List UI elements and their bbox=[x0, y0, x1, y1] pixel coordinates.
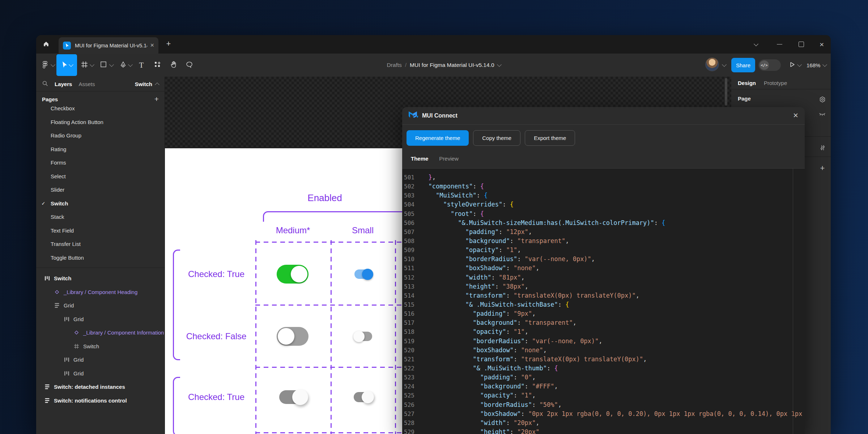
window-maximize-button[interactable] bbox=[799, 35, 804, 54]
account-chevron[interactable] bbox=[721, 54, 727, 77]
canvas-group-title[interactable]: Enabled bbox=[307, 192, 342, 204]
chevron-down-icon[interactable] bbox=[497, 62, 502, 67]
page-selector[interactable]: Switch bbox=[135, 81, 159, 87]
canvas-scrollbar[interactable] bbox=[725, 78, 727, 106]
hand-icon bbox=[170, 61, 177, 69]
window-restore-button[interactable] bbox=[754, 35, 758, 54]
switch-off-gray-small[interactable] bbox=[354, 332, 372, 341]
tab-design[interactable]: Design bbox=[738, 80, 756, 86]
hand-tool[interactable] bbox=[168, 54, 179, 77]
canvas-row-label[interactable]: Checked: True bbox=[188, 392, 244, 402]
tab-close-icon[interactable]: × bbox=[150, 42, 154, 49]
layer-item[interactable]: _Library / Component Heading bbox=[36, 285, 165, 299]
new-tab-button[interactable]: + bbox=[163, 39, 174, 48]
canvas-column-label[interactable]: Medium* bbox=[276, 225, 310, 235]
code-line: 504 "styleOverrides": { bbox=[402, 200, 805, 209]
switch-on-gray-small[interactable] bbox=[354, 392, 373, 402]
zoom-menu[interactable]: 168% bbox=[807, 54, 826, 77]
share-button[interactable]: Share bbox=[731, 58, 755, 72]
styles-icon[interactable] bbox=[818, 95, 827, 104]
sidebar-page-item[interactable]: Text Field bbox=[36, 224, 165, 238]
sidebar-page-item[interactable]: ✓Switch bbox=[36, 197, 165, 210]
text-tool[interactable]: T bbox=[136, 54, 147, 77]
present-button[interactable] bbox=[788, 54, 796, 77]
window-close-button[interactable]: × bbox=[820, 35, 824, 54]
breadcrumb-folder[interactable]: Drafts bbox=[387, 62, 401, 68]
sidebar-page-item[interactable]: Rating bbox=[36, 142, 165, 156]
code-scrollbar[interactable] bbox=[793, 169, 793, 434]
tab-assets[interactable]: Assets bbox=[78, 81, 95, 87]
dev-mode-toggle[interactable]: </> bbox=[758, 59, 781, 71]
line-number: 525 bbox=[402, 391, 414, 400]
search-icon[interactable] bbox=[42, 80, 48, 88]
sidebar-page-item[interactable]: Select bbox=[36, 170, 165, 183]
window-minimize-button[interactable] bbox=[777, 35, 782, 54]
switch-thumb bbox=[278, 328, 294, 345]
switch-on-gray[interactable] bbox=[279, 390, 306, 404]
sidebar-page-item[interactable]: Floating Action Button bbox=[36, 115, 165, 129]
breadcrumb-file-title[interactable]: MUI for Figma Material UI-v5.14.0 bbox=[410, 62, 494, 68]
layer-item[interactable]: Switch bbox=[36, 272, 165, 285]
tab-preview[interactable]: Preview bbox=[439, 156, 458, 162]
tab-prototype[interactable]: Prototype bbox=[764, 80, 787, 86]
layer-item[interactable]: _Library / Component Information bbox=[36, 326, 165, 340]
hidden-eye-icon[interactable] bbox=[818, 110, 826, 118]
layer-item[interactable]: Switch: detached instances bbox=[36, 380, 165, 394]
sidebar-page-item[interactable]: Radio Group bbox=[36, 129, 165, 142]
sidebar-page-item[interactable]: Forms bbox=[36, 156, 165, 170]
sidebar-page-item[interactable]: Toggle Button bbox=[36, 251, 165, 265]
resources-tool[interactable] bbox=[152, 54, 163, 77]
layer-item[interactable]: Grid bbox=[36, 353, 165, 367]
tab-layers[interactable]: Layers bbox=[55, 81, 72, 87]
page-label: Switch bbox=[51, 200, 68, 207]
line-number: 506 bbox=[402, 218, 414, 227]
add-icon[interactable]: + bbox=[818, 164, 827, 173]
frame-tool-chevron[interactable] bbox=[89, 54, 95, 77]
switch-on-green[interactable] bbox=[277, 265, 309, 284]
sidebar-page-item[interactable]: Checkbox bbox=[36, 102, 165, 115]
switch-on-blue[interactable] bbox=[354, 269, 372, 279]
regenerate-theme-button[interactable]: Regenerate theme bbox=[407, 130, 469, 146]
main-menu-chevron[interactable] bbox=[50, 54, 56, 77]
line-number: 515 bbox=[402, 300, 414, 309]
copy-theme-button[interactable]: Copy theme bbox=[473, 130, 520, 146]
main-menu-button[interactable] bbox=[40, 54, 50, 77]
pen-tool[interactable] bbox=[118, 54, 128, 77]
adjust-sliders-icon[interactable] bbox=[818, 143, 827, 152]
file-tab[interactable]: MUI for Figma Material UI-v5.14.0 × bbox=[59, 37, 158, 54]
sidebar-page-item[interactable]: Transfer List bbox=[36, 237, 165, 251]
pen-tool-chevron[interactable] bbox=[127, 54, 133, 77]
layer-label: _Library / Component Heading bbox=[64, 289, 137, 295]
tab-theme[interactable]: Theme bbox=[411, 156, 428, 162]
switch-off-gray[interactable] bbox=[277, 327, 309, 346]
home-button[interactable] bbox=[41, 40, 51, 49]
sidebar-page-item[interactable]: Stack bbox=[36, 210, 165, 224]
move-tool-selected[interactable] bbox=[56, 54, 77, 76]
canvas-row-label[interactable]: Checked: True bbox=[188, 269, 244, 279]
checkmark-icon: ✓ bbox=[36, 201, 51, 206]
shape-tool[interactable] bbox=[98, 54, 109, 77]
frame-tool[interactable] bbox=[80, 54, 89, 77]
canvas-row-label[interactable]: Checked: False bbox=[186, 331, 247, 341]
export-theme-button[interactable]: Export theme bbox=[525, 130, 575, 146]
line-number: 504 bbox=[402, 200, 414, 209]
layer-item[interactable]: Grid bbox=[36, 299, 165, 312]
shape-tool-chevron[interactable] bbox=[109, 54, 114, 77]
code-line: 524 "background": "#FFF", bbox=[402, 382, 805, 391]
canvas-column-label[interactable]: Small bbox=[352, 225, 374, 235]
present-chevron[interactable] bbox=[796, 54, 802, 77]
titlebar: MUI for Figma Material UI-v5.14.0 × + × bbox=[36, 35, 831, 54]
close-icon: × bbox=[820, 41, 824, 48]
line-number: 501 bbox=[402, 173, 414, 182]
layer-item[interactable]: Grid bbox=[36, 312, 165, 326]
avatar[interactable] bbox=[705, 58, 719, 71]
sidebar-page-item[interactable]: Slider bbox=[36, 183, 165, 197]
code-line: 526 "borderRadius": "50%", bbox=[402, 400, 805, 409]
code-text: "padding": "12px", bbox=[421, 227, 532, 237]
layer-item[interactable]: Switch: notifications control bbox=[36, 394, 165, 408]
comment-tool[interactable] bbox=[184, 54, 195, 77]
layer-item[interactable]: Switch bbox=[36, 340, 165, 353]
code-editor[interactable]: 501 },502 "components": {503 "MuiSwitch"… bbox=[402, 169, 805, 434]
dialog-close-icon[interactable]: × bbox=[793, 111, 798, 120]
layer-item[interactable]: Grid bbox=[36, 367, 165, 380]
